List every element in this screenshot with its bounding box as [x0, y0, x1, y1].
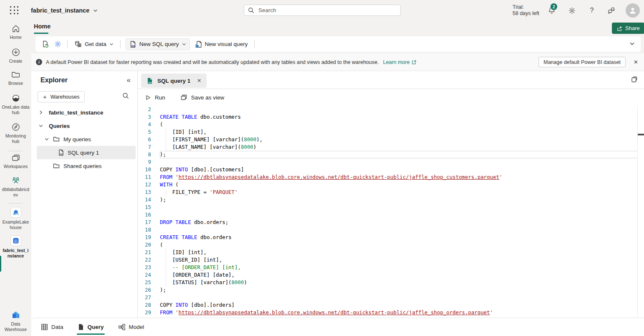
- code-line[interactable]: 14);: [138, 196, 644, 204]
- code-line[interactable]: 6 [FIRST_NAME] [varchar](8000),: [138, 136, 644, 143]
- tree-item-warehouse[interactable]: fabric_test_instance: [31, 106, 138, 119]
- view-tab-query[interactable]: Query: [77, 318, 105, 336]
- sql-file-icon: SQL: [129, 41, 136, 48]
- code-line[interactable]: 2: [138, 106, 644, 113]
- rail-item-fabric-test-instance[interactable]: fabric_test_instance: [0, 235, 31, 259]
- tree-item-shared-queries[interactable]: Shared queries: [31, 159, 138, 173]
- rail-item-create[interactable]: Create: [0, 48, 31, 64]
- rail-item-monitoring-hub[interactable]: Monitoring hub: [0, 122, 31, 144]
- banner-message: A default Power BI dataset for faster re…: [46, 59, 379, 65]
- app-launcher-icon[interactable]: [10, 6, 19, 15]
- workspace-people-icon: [11, 176, 21, 185]
- learn-more-link[interactable]: Learn more: [383, 59, 417, 65]
- code-line[interactable]: 25 [STATUS] [varchar](8000): [138, 279, 644, 286]
- save-as-view-button[interactable]: Save as view: [180, 94, 225, 101]
- rail-item-onelake-data-hub[interactable]: OneLake data hub: [0, 94, 31, 115]
- query-editor: SQL SQL query 1 ✕ Run: [138, 71, 644, 318]
- rail-item-home[interactable]: Home: [0, 24, 31, 40]
- code-line[interactable]: 20(: [138, 241, 644, 249]
- query-tab[interactable]: SQL SQL query 1 ✕: [141, 74, 207, 88]
- collapse-panel-icon[interactable]: «: [127, 76, 131, 84]
- toolbar-divider: [254, 40, 255, 48]
- code-line[interactable]: 26);: [138, 286, 644, 294]
- line-number: 11: [138, 173, 151, 181]
- banner-close-icon[interactable]: ✕: [634, 59, 638, 65]
- new-warehouse-button[interactable]: + Warehouses: [38, 91, 85, 102]
- search-input[interactable]: [258, 7, 397, 14]
- code-line[interactable]: 5 [ID] [int],: [138, 128, 644, 136]
- rail-item-browse[interactable]: Browse: [0, 71, 31, 86]
- code-line[interactable]: 27: [138, 294, 644, 301]
- info-icon: i: [36, 59, 42, 65]
- tab-home[interactable]: Home: [34, 23, 51, 30]
- model-icon: [118, 323, 126, 331]
- feedback-icon[interactable]: [606, 5, 616, 15]
- code-line[interactable]: 10COPY INTO [dbo].[customers]: [138, 166, 644, 173]
- onelake-icon: [11, 94, 20, 103]
- editor-scrollbar-marker[interactable]: [638, 134, 644, 135]
- editor-scrollbar-track[interactable]: [637, 106, 638, 318]
- code-line[interactable]: 24 [ORDER_DATE] [date],: [138, 271, 644, 279]
- line-number: 24: [138, 271, 151, 279]
- new-sql-query-button[interactable]: SQL New SQL query: [126, 38, 190, 50]
- code-line[interactable]: 4(: [138, 121, 644, 128]
- indent-guide: [166, 264, 166, 271]
- tree-item-queries[interactable]: Queries: [31, 119, 138, 132]
- manage-default-dataset-button[interactable]: Manage default Power BI dataset: [538, 57, 626, 67]
- rail-item-workspaces[interactable]: Workspaces: [0, 154, 31, 169]
- view-tab-model[interactable]: Model: [117, 318, 145, 336]
- plus-icon: +: [43, 93, 47, 100]
- line-number: 20: [138, 241, 151, 249]
- code-line[interactable]: 18: [138, 226, 644, 234]
- line-number: 22: [138, 256, 151, 264]
- code-line[interactable]: 9: [138, 158, 644, 166]
- code-line[interactable]: 23 -- [ORDER_DATE] [int],: [138, 264, 644, 271]
- code-line[interactable]: 15: [138, 204, 644, 211]
- rail-item-dbtlabsfabricdev[interactable]: dbtlabsfabricdev: [0, 176, 31, 198]
- tree-item-sql-query-1[interactable]: SQL SQL query 1: [31, 146, 138, 159]
- fabric-app-window: fabric_test_instance Trial: 58 days left…: [0, 0, 644, 336]
- line-number: 4: [138, 121, 151, 128]
- rail-item-examplelakehouse[interactable]: ExampleLakehouse: [0, 207, 31, 230]
- user-avatar[interactable]: [626, 3, 640, 18]
- share-button[interactable]: Share: [612, 23, 644, 34]
- code-line[interactable]: 16: [138, 211, 644, 219]
- chevron-right-icon[interactable]: [38, 110, 43, 115]
- rail-item-data-warehouse[interactable]: Data Warehouse: [0, 311, 31, 332]
- sql-file-icon: SQL: [58, 149, 64, 156]
- monitoring-compass-icon: [11, 122, 20, 132]
- code-line[interactable]: 21 [ID] [int],: [138, 249, 644, 256]
- line-number: 18: [138, 226, 151, 234]
- code-line[interactable]: 29FROM 'https://dbtlabsynapsedatalake.bl…: [138, 309, 644, 316]
- workspace-switcher[interactable]: fabric_test_instance: [31, 0, 98, 21]
- code-line[interactable]: 12WITH (: [138, 181, 644, 188]
- code-line[interactable]: 8);: [138, 151, 644, 158]
- code-line[interactable]: 3CREATE TABLE dbo.customers: [138, 113, 644, 121]
- code-line[interactable]: 11FROM 'https://dbtlabsynapsedatalake.bl…: [138, 173, 644, 181]
- code-line[interactable]: 22 [USER_ID] [int],: [138, 256, 644, 264]
- close-tab-icon[interactable]: ✕: [197, 78, 201, 84]
- tree-item-my-queries[interactable]: My queries: [31, 132, 138, 146]
- get-data-button[interactable]: Get data: [71, 38, 117, 50]
- code-line[interactable]: 28COPY INTO [dbo].[orders]: [138, 301, 644, 309]
- code-line[interactable]: 19CREATE TABLE dbo.orders: [138, 234, 644, 241]
- run-button[interactable]: Run: [145, 94, 165, 101]
- code-line[interactable]: 13 FILE_TYPE = 'PARQUET': [138, 188, 644, 196]
- view-tab-data[interactable]: Data: [40, 318, 64, 336]
- sql-code-area[interactable]: 23CREATE TABLE dbo.customers4(5 [ID] [in…: [138, 106, 644, 318]
- code-line[interactable]: 17DROP TABLE dbo.orders;: [138, 219, 644, 226]
- settings-button[interactable]: [51, 38, 64, 50]
- main-content: Explorer « + Warehouses fabric_test_inst…: [31, 71, 644, 318]
- new-visual-query-button[interactable]: New visual query: [192, 38, 251, 50]
- copy-icon[interactable]: [630, 76, 638, 83]
- settings-gear-icon[interactable]: [567, 5, 577, 15]
- help-icon[interactable]: ?: [587, 5, 597, 15]
- code-line[interactable]: 7 [LAST_NAME] [varchar](8000): [138, 143, 644, 151]
- ribbon-expand-chevron[interactable]: [629, 41, 635, 46]
- chevron-down-icon[interactable]: [44, 137, 49, 142]
- chevron-down-icon[interactable]: [38, 123, 43, 128]
- refresh-report-button[interactable]: [39, 38, 51, 50]
- line-number: 10: [138, 166, 151, 173]
- rail-divider: [8, 151, 23, 151]
- explorer-search-icon[interactable]: [122, 92, 129, 99]
